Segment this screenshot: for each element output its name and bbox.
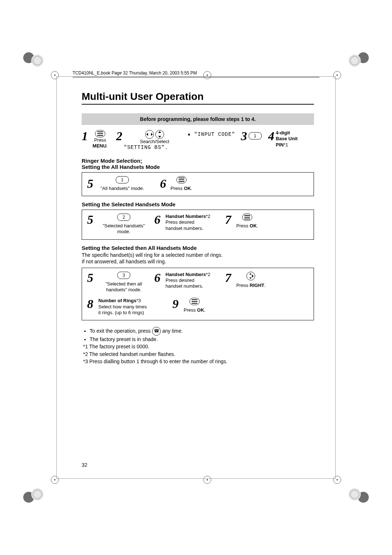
b-step-6-l1: Press desired bbox=[166, 219, 220, 225]
display-input-code: "INPUT CODE" bbox=[194, 131, 235, 137]
dial-2-icon: 2 bbox=[117, 214, 130, 221]
section-c-desc: The specific handset(s) will ring for a … bbox=[82, 252, 314, 265]
title-rule bbox=[82, 104, 314, 105]
b-step-5-l2: mode. bbox=[117, 229, 130, 235]
page-number: 32 bbox=[82, 462, 87, 468]
page-content: Multi-unit User Operation Before program… bbox=[82, 91, 314, 370]
crop-mark bbox=[31, 54, 44, 67]
note-5: *3 Press dialling button 1 through 6 to … bbox=[83, 358, 314, 365]
c-step-7-num: 7 bbox=[225, 272, 231, 284]
b-step-5-l1: "Selected handsets" bbox=[103, 223, 145, 229]
c-step-5-l1: "Selected then all bbox=[106, 281, 142, 287]
menu-icon bbox=[189, 298, 200, 305]
c-step-7-label: Press RIGHT. bbox=[236, 283, 266, 288]
b-step-6-num: 6 bbox=[154, 214, 160, 226]
pointer-icon: ➧ bbox=[187, 131, 191, 137]
section-c-head: Setting the Selected then All Handsets M… bbox=[82, 245, 314, 251]
a-step-6-num: 6 bbox=[160, 178, 166, 190]
c-step-6-num: 6 bbox=[154, 272, 160, 284]
preset-steps: 1 Press MENU. 2 Search/Select "SETTING B… bbox=[82, 130, 314, 151]
a-step-6-label: Press OK. bbox=[171, 186, 192, 191]
note-3: *1 The factory preset is 0000. bbox=[83, 343, 314, 350]
crop-mark bbox=[31, 488, 44, 501]
step-1-label: Press bbox=[94, 137, 106, 143]
c-step-9-label: Press OK. bbox=[184, 307, 205, 313]
instruction-banner: Before programming, please follow steps … bbox=[82, 113, 314, 125]
b-step-5-num: 5 bbox=[87, 214, 93, 226]
dial-1-icon: 1 bbox=[249, 132, 262, 139]
c-step-6-head: Handset Numbers*2 bbox=[166, 272, 220, 278]
footnotes: To exit the operation, press any time. T… bbox=[82, 327, 314, 365]
b-step-7-label: Press OK. bbox=[236, 223, 258, 229]
step-4-l1: 4-digit bbox=[276, 130, 298, 136]
b-step-6-l2: handset numbers. bbox=[166, 226, 220, 231]
nav-right-icon bbox=[246, 272, 255, 280]
step-3-num: 3 bbox=[241, 130, 247, 142]
c-step-8-head: Number of Rings*3 bbox=[98, 298, 167, 304]
step-2-num: 2 bbox=[116, 130, 122, 142]
crop-mark bbox=[348, 488, 361, 501]
section-a-head: Ringer Mode Selection; Setting the All H… bbox=[82, 158, 314, 170]
c-step-5-l2: handsets" mode. bbox=[106, 287, 141, 293]
nav-left-right-icon bbox=[145, 130, 154, 139]
c-step-8-num: 8 bbox=[87, 298, 93, 310]
note-2: The factory preset is in shade. bbox=[90, 336, 314, 343]
b-step-6-head: Handset Numbers*2 bbox=[166, 214, 220, 219]
section-b-block: 5 2 "Selected handsets" mode. 6 Handset … bbox=[82, 210, 314, 240]
step-4-num: 4 bbox=[268, 130, 274, 142]
nav-up-down-icon bbox=[155, 130, 164, 139]
a-step-5-label: "All handsets" mode. bbox=[101, 186, 144, 191]
page-title: Multi-unit User Operation bbox=[82, 91, 314, 102]
section-c-block: 5 3 "Selected then all handsets" mode. 6… bbox=[82, 268, 314, 320]
c-step-9-num: 9 bbox=[172, 298, 179, 310]
a-step-5-num: 5 bbox=[87, 178, 93, 190]
menu-icon bbox=[95, 130, 105, 137]
step-1-bold: MENU. bbox=[93, 143, 108, 149]
dial-1-icon: 1 bbox=[116, 176, 129, 183]
c-step-6-l2: handset numbers. bbox=[166, 283, 220, 289]
c-step-8-l1: Select how many times bbox=[98, 304, 167, 310]
step-1-num: 1 bbox=[82, 130, 88, 142]
section-a-block: 5 1 "All handsets" mode. 6 Press OK. bbox=[82, 172, 314, 196]
crop-mark bbox=[348, 54, 361, 67]
dial-3-icon: 3 bbox=[117, 272, 130, 279]
step-2-label: Search/Select bbox=[124, 139, 185, 145]
hangup-icon bbox=[152, 327, 161, 336]
step-4-l2: Base Unit bbox=[276, 136, 298, 142]
b-step-7-num: 7 bbox=[225, 214, 231, 226]
c-step-6-l1: Press desired bbox=[166, 278, 220, 283]
step-2-mono: "SETTING BS". bbox=[124, 145, 185, 151]
menu-icon bbox=[242, 214, 252, 221]
c-step-5-num: 5 bbox=[87, 272, 93, 284]
step-4-l3: PIN*1 bbox=[276, 142, 298, 148]
note-1: To exit the operation, press any time. bbox=[90, 327, 314, 336]
c-step-8-l2: it rings. (up to 6 rings) bbox=[98, 310, 167, 316]
note-4: *2 The selected handset number flashes. bbox=[83, 351, 314, 358]
menu-icon bbox=[176, 176, 187, 183]
section-b-head: Setting the Selected Handsets Mode bbox=[82, 201, 314, 207]
